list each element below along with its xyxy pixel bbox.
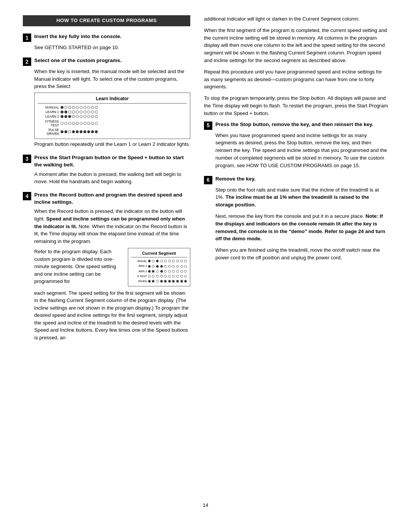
dot <box>68 115 71 118</box>
seg-dot <box>172 265 175 268</box>
seg-dot <box>160 265 163 268</box>
seg-dot <box>156 270 159 273</box>
dot <box>91 122 94 125</box>
dot <box>76 110 79 113</box>
seg-dot <box>156 265 159 268</box>
seg-dot <box>152 270 155 273</box>
step-5-body: When you have programmed speed and incli… <box>215 132 388 169</box>
step-3-title-row: 3 Press the Start Program button or the … <box>23 154 190 169</box>
step-5-text: When you have programmed speed and incli… <box>215 132 388 169</box>
seg-dot <box>180 280 183 283</box>
dot <box>87 130 90 133</box>
seg-dot <box>148 270 151 273</box>
step-2-title-row: 2 Select one of the custom programs. <box>23 57 190 66</box>
indicator-row-learn2: LEARN 2 <box>38 115 187 118</box>
learn-indicator-figure: Learn Indicator MANUAL <box>34 93 190 139</box>
seg-dot <box>156 260 159 262</box>
seg-dot <box>168 280 171 283</box>
dots-pulse <box>60 130 98 133</box>
seg-dot <box>172 260 175 262</box>
step-6-text2: Next, remove the key from the console an… <box>215 212 388 243</box>
dot <box>64 106 67 109</box>
step-2-text-part: When the key is inserted, the manual mod… <box>34 68 190 148</box>
dot <box>83 106 86 109</box>
dot <box>80 122 83 125</box>
seg-dot <box>164 270 167 273</box>
step-2-text-after: Program button repeatedly until the Lear… <box>34 141 190 147</box>
seg-row-arn2: ARN 2 <box>131 269 187 273</box>
page: HOW TO CREATE CUSTOM PROGRAMS 1 Insert t… <box>0 0 411 532</box>
dot <box>80 115 83 118</box>
dot <box>91 115 94 118</box>
seg-dot <box>156 280 159 283</box>
step-6-number: 6 <box>204 176 212 184</box>
indicator-label-learn2: LEARN 2 <box>38 115 59 118</box>
right-column: additional indicator will light or darke… <box>204 15 388 490</box>
step-3-title: Press the Start Program button or the Sp… <box>34 154 190 169</box>
step-1-number: 1 <box>23 34 31 42</box>
dot <box>80 106 83 109</box>
dot <box>80 130 83 133</box>
seg-dot <box>176 265 179 268</box>
dot <box>95 115 98 118</box>
dot <box>61 115 64 118</box>
seg-dot <box>168 265 171 268</box>
dot <box>72 130 75 133</box>
right-para4: To stop the program temporarily, press t… <box>204 94 388 117</box>
seg-dot <box>168 270 171 273</box>
seg-dot <box>184 260 187 262</box>
seg-label-anual: ANUAL <box>131 259 147 263</box>
dots-learn2 <box>60 115 98 118</box>
dot <box>76 130 79 133</box>
seg-row-anual: ANUAL <box>131 259 187 263</box>
dot <box>68 122 71 125</box>
dot <box>87 110 90 113</box>
dot <box>72 110 75 113</box>
seg-dot <box>148 265 151 268</box>
seg-dot <box>164 280 167 283</box>
seg-dot <box>152 265 155 268</box>
seg-dot <box>176 270 179 273</box>
dot <box>72 106 75 109</box>
dot <box>61 110 64 113</box>
indicator-row-manual: MANUAL <box>38 105 187 109</box>
seg-dot <box>176 280 179 283</box>
dot <box>64 122 67 125</box>
step-6: 6 Remove the key. Step onto the foot rai… <box>204 176 388 262</box>
dot <box>87 115 90 118</box>
seg-dot <box>156 275 159 278</box>
step-3-text: A moment after the button is pressed, th… <box>34 171 190 185</box>
step-6-text1: Step onto the foot rails and make sure t… <box>215 186 388 209</box>
right-para1: additional indicator will light or darke… <box>204 15 388 23</box>
dot <box>76 122 79 125</box>
step-5-number: 5 <box>204 121 212 130</box>
indicator-row-fitness: FITNESS TEST <box>38 120 187 127</box>
dot <box>64 110 67 113</box>
step-3: 3 Press the Start Program button or the … <box>23 154 190 185</box>
dot <box>68 110 71 113</box>
dot <box>72 115 75 118</box>
seg-dot <box>164 265 167 268</box>
dot <box>83 110 86 113</box>
step-2: 2 Select one of the custom programs. Whe… <box>23 57 190 148</box>
seg-row-stest: S TEST <box>131 274 187 278</box>
dot <box>76 106 79 109</box>
dot <box>68 130 71 133</box>
indicator-label-fitness: FITNESS TEST <box>38 120 59 127</box>
step-4-number: 4 <box>23 192 31 200</box>
step-2-body: When the key is inserted, the manual mod… <box>34 68 190 148</box>
dot <box>87 106 90 109</box>
seg-dot <box>160 270 163 273</box>
dot <box>76 115 79 118</box>
seg-dot <box>176 260 179 262</box>
step-6-title: Remove the key. <box>215 176 256 183</box>
step-2-title: Select one of the custom programs. <box>34 57 122 64</box>
dot <box>68 106 71 109</box>
seg-label-riven: RIVEN <box>131 279 147 283</box>
step-4-text1: When the Record button is pressed, the i… <box>34 208 190 245</box>
current-segment-title: Current Segment <box>131 250 187 257</box>
step-4-title-row: 4 Press the Record button and program th… <box>23 192 190 206</box>
step-1-body: See GETTING STARTED on page 10. <box>34 44 190 51</box>
seg-dot <box>160 275 163 278</box>
dot <box>95 110 98 113</box>
